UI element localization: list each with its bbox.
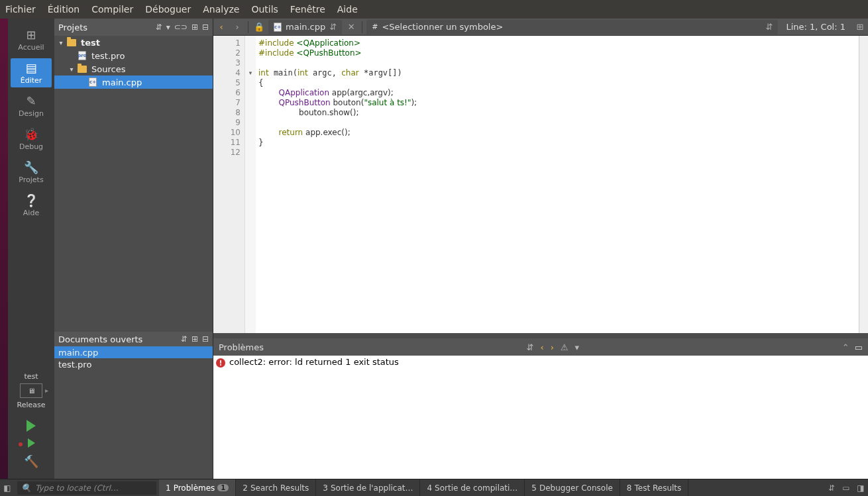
menu-fenetre[interactable]: Fenêtre — [290, 4, 325, 15]
file-crumb[interactable]: c+ main.cpp ⇵ — [268, 20, 342, 34]
tree-folder-sources[interactable]: ▾Sources — [54, 62, 213, 75]
problems-header: Problèmes ⇵ ‹ › ⚠ ▾ ⌃ ▭ — [213, 338, 868, 356]
code-content[interactable]: #include <QApplication> #include <QPushB… — [256, 36, 859, 333]
locator-placeholder: Type to locate (Ctrl… — [35, 483, 119, 493]
symbol-crumb[interactable]: # <Selectionner un symbole> ⇵ — [366, 20, 778, 34]
mode-debug[interactable]: 🐞 Debug — [11, 124, 52, 154]
mode-accueil[interactable]: ⊞ Accueil — [11, 25, 52, 54]
next-issue-button[interactable]: › — [551, 342, 554, 352]
add-split-icon[interactable]: ⊞ — [191, 23, 198, 32]
sort-icon[interactable]: ⇵ — [824, 483, 839, 493]
lock-icon[interactable]: 🔒 — [252, 21, 266, 34]
add-split-icon[interactable]: ⊞ — [191, 334, 198, 344]
menu-aide[interactable]: Aide — [337, 4, 358, 15]
dropdown-icon: ⇵ — [766, 22, 773, 32]
menu-deboguer[interactable]: Déboguer — [145, 4, 191, 15]
build-button[interactable]: 🔨 — [24, 454, 38, 468]
tree-file-main[interactable]: c+main.cpp — [54, 75, 213, 89]
problems-pane: Problèmes ⇵ ‹ › ⚠ ▾ ⌃ ▭ ! collect2: erro… — [213, 333, 868, 479]
mode-debug-label: Debug — [19, 142, 43, 151]
menu-fichier[interactable]: Fichier — [5, 4, 36, 15]
menu-bar: Fichier Édition Compiler Déboguer Analyz… — [0, 0, 868, 19]
kit-name: test — [24, 372, 38, 381]
sort-icon[interactable]: ⇵ — [156, 23, 162, 32]
issue-count-badge: 1 — [217, 484, 229, 491]
hash-icon: # — [372, 23, 378, 31]
open-doc-item[interactable]: main.cpp — [54, 346, 213, 358]
fold-column[interactable]: ▾ — [245, 36, 256, 333]
menu-analyze[interactable]: Analyze — [203, 4, 239, 15]
link-icon[interactable]: ⊂⊃ — [174, 23, 188, 32]
grid-icon: ⊞ — [25, 28, 38, 42]
cursor-position: Line: 1, Col: 1 — [781, 22, 851, 32]
problems-list[interactable]: ! collect2: error: ld returned 1 exit st… — [213, 356, 868, 479]
collapse-icon[interactable]: ⌃ — [842, 342, 849, 352]
open-docs-title: Documents ouverts — [58, 334, 181, 344]
ubuntu-launcher — [0, 19, 8, 479]
tree-root[interactable]: ▾test — [54, 36, 213, 49]
editor-toolbar: ‹ › 🔒 c+ main.cpp ⇵ ✕ # <Selectionner un… — [213, 19, 868, 36]
wrench-icon: 🔧 — [25, 161, 38, 174]
locator-input[interactable]: 🔍 Type to locate (Ctrl… — [17, 481, 156, 495]
menu-compiler[interactable]: Compiler — [91, 4, 133, 15]
dropdown-icon: ⇵ — [329, 22, 337, 32]
menu-outils[interactable]: Outils — [251, 4, 278, 15]
bottom-tab-search[interactable]: 2Search Results — [236, 479, 316, 496]
bottom-tab-compile-output[interactable]: 4Sortie de compilati… — [420, 479, 525, 496]
mode-accueil-label: Accueil — [18, 43, 44, 52]
bug-icon: 🐞 — [25, 128, 38, 141]
close-pane-button[interactable]: ▭ — [855, 342, 863, 352]
vertical-scrollbar[interactable] — [859, 36, 868, 333]
mode-design[interactable]: ✎ Design — [11, 91, 52, 121]
problems-title: Problèmes — [219, 342, 264, 352]
bottom-tab-app-output[interactable]: 3Sortie de l'applicat… — [316, 479, 420, 496]
mode-editer[interactable]: ▤ Éditer — [11, 58, 52, 87]
mode-aide-label: Aide — [23, 209, 39, 217]
funnel-icon[interactable]: ▾ — [575, 342, 580, 352]
bottom-tab-debugger[interactable]: 5Debugger Console — [525, 479, 620, 496]
menu-edition[interactable]: Édition — [48, 4, 80, 15]
bug-overlay-icon — [19, 442, 23, 446]
error-message: collect2: error: ld returned 1 exit stat… — [229, 357, 399, 367]
mode-design-label: Design — [19, 109, 44, 118]
close-split-icon[interactable]: ⊟ — [202, 23, 209, 32]
kit-selector[interactable]: test 🖥▸ Release — [11, 372, 52, 409]
project-tree[interactable]: ▾test protest.pro ▾Sources c+main.cpp — [54, 36, 213, 332]
open-docs-list: main.cpp test.pro — [54, 346, 213, 479]
run-debug-button[interactable] — [28, 438, 35, 448]
right-sidebar-icon[interactable]: ◨ — [853, 483, 868, 493]
sidebar-toggle-icon[interactable]: ◧ — [0, 483, 15, 493]
run-button[interactable] — [27, 420, 36, 432]
mode-bar: ⊞ Accueil ▤ Éditer ✎ Design 🐞 Debug 🔧 Pr… — [8, 19, 54, 479]
bottom-tab-tests[interactable]: 8Test Results — [620, 479, 688, 496]
monitor-icon: 🖥▸ — [20, 383, 42, 398]
prev-issue-button[interactable]: ‹ — [541, 342, 544, 352]
filter-icon[interactable]: ▾ — [166, 23, 170, 32]
projects-title: Projets — [58, 23, 153, 32]
bottom-bar: ◧ 🔍 Type to locate (Ctrl… 1Problèmes1 2S… — [0, 479, 868, 496]
mode-projets-label: Projets — [19, 175, 43, 184]
file-crumb-label: main.cpp — [286, 22, 325, 32]
left-panel: Projets ⇵ ▾ ⊂⊃ ⊞ ⊟ ▾test protest.pro ▾So… — [54, 19, 213, 479]
document-icon: ▤ — [25, 62, 38, 75]
help-icon: ❔ — [25, 194, 38, 207]
warning-icon[interactable]: ⚠ — [561, 342, 569, 352]
close-panel-icon[interactable]: ▭ — [839, 483, 853, 493]
close-tab-button[interactable]: ✕ — [345, 21, 358, 34]
split-icon[interactable]: ⊞ — [853, 21, 867, 34]
error-icon: ! — [216, 358, 225, 368]
tree-file-pro[interactable]: protest.pro — [54, 49, 213, 62]
kit-mode: Release — [17, 401, 46, 409]
nav-forward-button[interactable]: › — [231, 21, 244, 34]
nav-back-button[interactable]: ‹ — [215, 21, 228, 34]
sort-icon[interactable]: ⇵ — [181, 334, 188, 344]
code-editor[interactable]: 123456789101112 ▾ #include <QApplication… — [213, 36, 868, 333]
mode-aide[interactable]: ❔ Aide — [11, 191, 52, 220]
editor-area: ‹ › 🔒 c+ main.cpp ⇵ ✕ # <Selectionner un… — [213, 19, 868, 479]
mode-projets[interactable]: 🔧 Projets — [11, 158, 52, 187]
open-doc-item[interactable]: test.pro — [54, 358, 213, 370]
bottom-tab-problemes[interactable]: 1Problèmes1 — [159, 479, 236, 496]
close-split-icon[interactable]: ⊟ — [202, 334, 209, 344]
line-gutter: 123456789101112 — [213, 36, 245, 333]
filter-icon[interactable]: ⇵ — [527, 342, 534, 352]
